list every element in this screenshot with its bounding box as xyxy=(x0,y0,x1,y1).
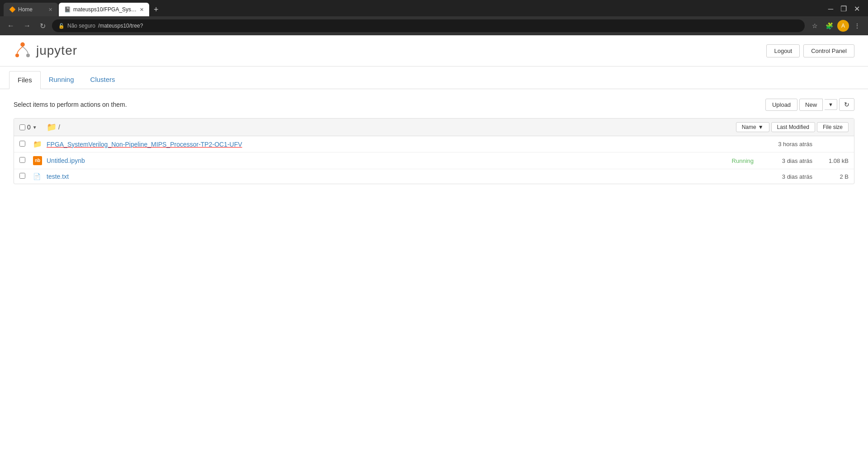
control-panel-button[interactable]: Control Panel xyxy=(803,44,854,57)
file-browser: Select items to perform actions on them.… xyxy=(0,89,868,193)
profile-avatar[interactable]: A xyxy=(837,20,849,32)
file-browser-toolbar: Select items to perform actions on them.… xyxy=(14,98,854,111)
new-button[interactable]: New xyxy=(799,99,823,111)
security-icon: 🔓 xyxy=(58,23,65,29)
tab-running[interactable]: Running xyxy=(41,71,82,89)
row-check-col-1 xyxy=(19,157,33,164)
profile-icon-label: A xyxy=(841,23,845,29)
file-date-0: 3 horas atrás xyxy=(778,141,812,148)
table-row: nb Untitled.ipynb Running 3 dias atrás 1… xyxy=(14,152,854,169)
svg-point-1 xyxy=(15,53,19,57)
jupyter-logo-text: jupyter xyxy=(36,43,77,58)
select-all-checkbox[interactable] xyxy=(19,124,25,130)
tab-home[interactable]: 🔶 Home ✕ xyxy=(4,3,58,16)
file-date-col-1: 3 dias atrás xyxy=(754,157,812,164)
select-dropdown-arrow[interactable]: ▼ xyxy=(33,125,37,130)
file-size-col-2: 2 B xyxy=(812,173,849,180)
svg-point-0 xyxy=(20,43,25,47)
jupyter-logo-icon xyxy=(14,42,32,60)
jupyter-logo: jupyter xyxy=(14,42,77,60)
tab-home-title: Home xyxy=(18,6,46,13)
file-link-0[interactable]: FPGA_SystemVerilog_Non-Pipeline_MIPS_Pro… xyxy=(47,141,242,148)
file-date-col-0: 3 horas atrás xyxy=(754,141,812,148)
file-name-col-0: FPGA_SystemVerilog_Non-Pipeline_MIPS_Pro… xyxy=(47,141,717,148)
sort-buttons: Name ▼ Last Modified File size xyxy=(736,122,849,132)
header-check-area: 0 ▼ xyxy=(19,124,47,131)
sort-name-button[interactable]: Name ▼ xyxy=(736,122,769,132)
table-row: 📁 FPGA_SystemVerilog_Non-Pipeline_MIPS_P… xyxy=(14,136,854,152)
folder-icon-col: 📁 xyxy=(33,140,44,148)
file-name-col-2: teste.txt xyxy=(47,173,717,180)
security-label: Não seguro xyxy=(67,23,95,29)
tab-home-close[interactable]: ✕ xyxy=(48,7,52,13)
address-bar-row: ← → ↻ 🔓 Não seguro /mateusps10/tree? ☆ 🧩… xyxy=(0,16,868,35)
row-check-col-0 xyxy=(19,141,33,148)
folder-icon: 📁 xyxy=(33,140,42,148)
minimize-button[interactable]: ─ xyxy=(826,4,836,14)
file-size-col-1: 1.08 kB xyxy=(812,157,849,164)
sort-modified-label: Last Modified xyxy=(777,124,809,130)
row-check-col-2 xyxy=(19,173,33,180)
file-table-header: 0 ▼ 📁 / Name ▼ Last Modified F xyxy=(14,119,854,136)
header-buttons: Logout Control Panel xyxy=(766,44,854,57)
breadcrumb-slash: / xyxy=(58,124,60,131)
jupyter-header: jupyter Logout Control Panel xyxy=(0,35,868,67)
select-hint: Select items to perform actions on them. xyxy=(14,101,127,108)
file-date-col-2: 3 dias atrás xyxy=(754,173,812,180)
extensions-button[interactable]: 🧩 xyxy=(823,19,835,32)
new-button-caret[interactable]: ▼ xyxy=(825,99,837,110)
menu-button[interactable]: ⋮ xyxy=(851,19,863,32)
notebook-icon-col: nb xyxy=(33,156,44,165)
file-date-2: 3 dias atrás xyxy=(782,173,812,180)
text-file-icon: 📄 xyxy=(33,173,41,180)
tab-clusters[interactable]: Clusters xyxy=(82,71,123,89)
text-icon-col: 📄 xyxy=(33,173,44,180)
toolbar-right: Upload New▼ ↻ xyxy=(765,98,854,111)
notebook-icon: nb xyxy=(33,156,42,165)
tab-files[interactable]: Files xyxy=(9,71,41,89)
file-size-1: 1.08 kB xyxy=(829,157,849,164)
tab-jupyter[interactable]: 📓 mateusps10/FPGA_SystemVerilo… ✕ xyxy=(59,3,149,16)
tab-home-favicon: 🔶 xyxy=(9,6,15,13)
file-link-2[interactable]: teste.txt xyxy=(47,173,69,180)
file-status-col-1: Running xyxy=(717,157,754,164)
file-table: 0 ▼ 📁 / Name ▼ Last Modified F xyxy=(14,118,854,184)
back-button[interactable]: ← xyxy=(5,21,17,31)
sort-name-label: Name xyxy=(742,124,756,130)
row-checkbox-0[interactable] xyxy=(19,141,25,147)
file-link-1[interactable]: Untitled.ipynb xyxy=(47,157,85,164)
reload-button[interactable]: ↻ xyxy=(37,21,48,31)
table-row: 📄 teste.txt 3 dias atrás 2 B xyxy=(14,169,854,184)
file-size-2: 2 B xyxy=(840,173,849,180)
row-checkbox-1[interactable] xyxy=(19,157,25,163)
sort-size-label: File size xyxy=(823,124,843,130)
close-button[interactable]: ✕ xyxy=(851,4,863,14)
refresh-button[interactable]: ↻ xyxy=(839,98,854,111)
select-count: 0 xyxy=(27,124,31,131)
tab-jupyter-close[interactable]: ✕ xyxy=(140,7,144,13)
sort-size-button[interactable]: File size xyxy=(817,122,849,132)
tab-bar: 🔶 Home ✕ 📓 mateusps10/FPGA_SystemVerilo…… xyxy=(0,0,868,16)
tab-jupyter-title: mateusps10/FPGA_SystemVerilo… xyxy=(73,6,137,13)
url-text: /mateusps10/tree? xyxy=(98,23,143,29)
restore-button[interactable]: ❐ xyxy=(838,4,849,14)
forward-button[interactable]: → xyxy=(21,21,33,31)
bookmarks-button[interactable]: ☆ xyxy=(808,19,821,32)
svg-point-2 xyxy=(26,53,30,57)
file-status-1: Running xyxy=(732,157,754,164)
row-checkbox-2[interactable] xyxy=(19,173,25,179)
sort-modified-button[interactable]: Last Modified xyxy=(771,122,815,132)
browser-actions: ☆ 🧩 A ⋮ xyxy=(808,19,863,32)
logout-button[interactable]: Logout xyxy=(766,44,800,57)
address-bar[interactable]: 🔓 Não seguro /mateusps10/tree? xyxy=(52,19,805,32)
upload-button[interactable]: Upload xyxy=(765,99,797,111)
file-date-1: 3 dias atrás xyxy=(782,157,812,164)
browser-chrome: 🔶 Home ✕ 📓 mateusps10/FPGA_SystemVerilo…… xyxy=(0,0,868,35)
file-name-col-1: Untitled.ipynb xyxy=(47,157,717,164)
breadcrumb-area: 📁 / xyxy=(47,122,736,132)
page-tabs-row: Files Running Clusters xyxy=(0,71,868,89)
breadcrumb-folder-icon: 📁 xyxy=(47,122,57,132)
tab-jupyter-favicon: 📓 xyxy=(64,6,71,13)
new-tab-button[interactable]: + xyxy=(150,5,162,14)
sort-name-icon: ▼ xyxy=(758,124,764,130)
